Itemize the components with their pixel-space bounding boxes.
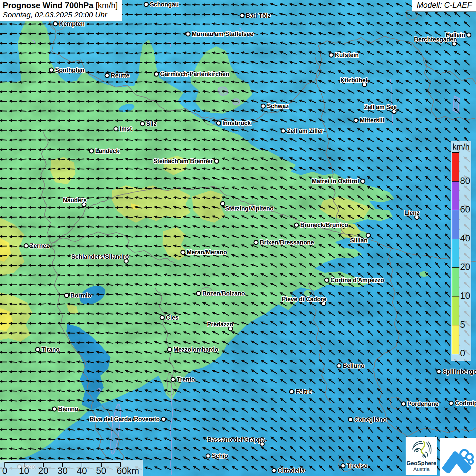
city-marker	[24, 244, 28, 248]
wind-speed-legend: km/h 806040201050	[451, 141, 471, 361]
forecast-datetime: Sonntag, 02.03.2025 20:00 Uhr	[3, 11, 118, 19]
scalebar-label: 10	[19, 466, 29, 476]
legend-tick-label: 40	[460, 234, 470, 243]
city-label: Zernez	[30, 242, 49, 249]
city-marker	[114, 127, 118, 131]
city-label: Pordenone	[407, 401, 439, 407]
city-marker-group: Matrei in Osttirol	[312, 178, 365, 185]
city-marker	[221, 202, 225, 206]
city-marker-group: Pordenone	[402, 401, 439, 407]
scalebar-label: 0	[2, 466, 7, 476]
legend-unit-label: km/h	[451, 142, 471, 152]
scalebar-label: 20	[38, 466, 48, 476]
city-marker	[53, 22, 57, 26]
legend-tick-label: 20	[460, 262, 470, 272]
city-marker-group: Silz	[140, 120, 157, 127]
city-marker	[140, 122, 144, 126]
city-label: Sillian	[350, 237, 368, 244]
geosphere-contour-icon	[411, 439, 432, 460]
city-marker	[36, 347, 40, 352]
city-marker	[160, 316, 164, 320]
city-label: Tirano	[41, 346, 60, 353]
city-marker	[449, 401, 453, 405]
city-marker	[144, 2, 148, 6]
city-label: Reutte	[111, 72, 130, 79]
city-marker	[217, 121, 221, 125]
city-marker	[240, 14, 244, 18]
city-label: Bormio	[70, 292, 91, 299]
city-marker-group: Mezzolombardo	[168, 346, 218, 353]
city-marker-group: Spilimbergo	[437, 368, 476, 375]
city-label: Nauders	[63, 197, 87, 204]
city-label: Cittadella	[278, 467, 305, 474]
city-marker	[49, 68, 53, 72]
map-scalebar: 0102030405060km	[0, 460, 143, 476]
city-label: Sonthofen	[55, 67, 85, 73]
legend-color-block	[452, 267, 459, 296]
city-marker	[341, 464, 345, 468]
weather-map-screen: SchongauBad TölzKemptenMurnau am Staffel…	[0, 0, 476, 476]
city-label: Rovereto	[134, 416, 160, 423]
city-marker	[437, 370, 441, 374]
city-label: Spilimbergo	[443, 368, 476, 375]
legend-color-block	[452, 325, 459, 354]
city-label: Zell am See	[364, 104, 397, 111]
city-marker-group: Imst	[114, 125, 132, 132]
city-label: Schlanders/Silandro	[71, 253, 129, 260]
city-label: Treviso	[347, 462, 368, 469]
legend-tick-label: 0	[460, 349, 465, 358]
mountain-cloud-icon	[440, 438, 476, 476]
city-label: Schio	[212, 453, 228, 459]
city-marker	[281, 129, 285, 133]
scalebar-label: 40	[77, 466, 87, 476]
city-marker	[215, 159, 219, 163]
city-label: Mittersill	[360, 117, 384, 124]
city-label: Sterzing/Vipiteno	[225, 205, 274, 212]
city-marker	[52, 407, 56, 411]
legend-color-block	[452, 296, 459, 325]
city-marker	[162, 417, 166, 421]
city-marker	[290, 390, 294, 394]
city-marker	[354, 118, 358, 122]
city-marker-group: Brixen/Bressanone	[254, 239, 314, 246]
scalebar-label: 60km	[117, 466, 139, 476]
city-marker-group: Cles	[160, 314, 178, 321]
city-label: Matrei in Osttirol	[312, 178, 359, 185]
city-marker-group: Bozen/Bolzano	[197, 290, 245, 297]
weather-app-logo	[440, 438, 476, 476]
city-marker	[329, 53, 333, 57]
city-label: Bassano del Grappa	[207, 436, 265, 443]
city-label: Zell am Ziller	[287, 128, 323, 134]
page-title: Prognose Wind 700hPa [km/h]	[3, 1, 118, 10]
city-marker	[186, 32, 190, 36]
title-box: Prognose Wind 700hPa [km/h] Sonntag, 02.…	[0, 0, 122, 21]
city-label: Lienz	[404, 209, 420, 216]
legend-color-block	[452, 152, 459, 182]
city-marker	[181, 250, 185, 254]
legend-color-block	[452, 210, 459, 239]
city-label: Conegliano	[354, 416, 387, 423]
city-label: Bienno	[58, 406, 78, 412]
city-label: Berchtesgaden	[414, 36, 457, 43]
city-label: Predazzo	[207, 321, 233, 328]
geosphere-name: GeoSphere	[406, 460, 437, 466]
geosphere-logo: GeoSphere Austria	[406, 437, 437, 475]
city-label: Silz	[146, 120, 156, 127]
city-label: Bruneck/Brunico	[300, 222, 348, 228]
scalebar-label: 30	[57, 466, 68, 476]
wind-forecast-map: SchongauBad TölzKemptenMurnau am Staffel…	[0, 0, 476, 476]
city-marker	[197, 291, 201, 295]
city-marker-group: Garmisch-Partenkirchen	[154, 71, 229, 78]
city-label: Murnau am Staffelsee	[192, 31, 253, 37]
legend-color-block	[452, 181, 459, 210]
city-label: Codroipo	[455, 400, 476, 407]
city-label: Cortina d'Ampezzo	[330, 277, 384, 284]
geosphere-country: Austria	[406, 466, 437, 472]
city-label: Bozen/Bolzano	[202, 290, 245, 297]
city-marker-group: Meran/Merano	[181, 249, 227, 256]
city-label: Innsbruck	[222, 120, 251, 126]
city-marker	[337, 364, 341, 368]
city-marker-group: Cortina d'Ampezzo	[325, 277, 384, 284]
city-marker	[105, 73, 109, 78]
city-label: Riva del Garda	[89, 416, 131, 423]
